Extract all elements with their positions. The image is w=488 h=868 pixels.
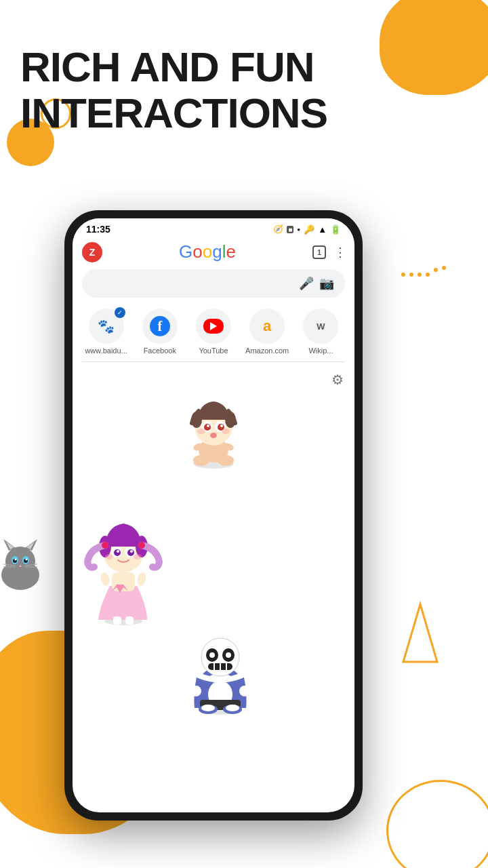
- svg-point-5: [442, 266, 446, 270]
- svg-point-36: [220, 425, 223, 427]
- nav-icon: 🧭: [273, 224, 283, 234]
- title-line2: INTERACTIONS: [20, 90, 327, 136]
- svg-point-72: [226, 652, 231, 658]
- tabs-button[interactable]: 1: [312, 245, 326, 259]
- svg-rect-59: [113, 616, 121, 625]
- status-time: 11:35: [86, 224, 110, 235]
- baidu-badge: ✓: [115, 307, 125, 318]
- baidu-label: www.baidu...: [81, 347, 132, 355]
- baidu-icon-wrap: 🐾 ✓: [89, 309, 124, 344]
- bg-decoration-bottom-right: [386, 780, 488, 868]
- phone-screen: 11:35 🧭 ■ ● 🔑 ▲ 🔋 Z Google: [73, 218, 354, 812]
- bg-triangle-decoration: [400, 601, 441, 671]
- svg-point-77: [190, 686, 201, 696]
- search-bar[interactable]: 🎤 📷: [82, 269, 345, 298]
- svg-point-35: [207, 425, 209, 427]
- key-icon: 🔑: [304, 224, 314, 235]
- svg-point-48: [138, 542, 145, 549]
- svg-point-2: [418, 273, 422, 277]
- svg-point-39: [222, 429, 230, 434]
- svg-point-56: [134, 554, 142, 559]
- svg-point-53: [117, 550, 119, 553]
- shortcut-wikipedia[interactable]: W Wikip...: [294, 309, 348, 355]
- svg-point-58: [136, 572, 148, 587]
- facebook-icon: f: [150, 316, 170, 336]
- svg-marker-6: [403, 604, 437, 662]
- battery-icon: 🔋: [330, 224, 341, 235]
- title-line1: RICH AND FUN: [20, 44, 327, 90]
- hero-title: RICH AND FUN INTERACTIONS: [20, 44, 327, 136]
- svg-point-17: [15, 559, 17, 561]
- shortcut-facebook[interactable]: f Facebook: [133, 309, 186, 355]
- svg-point-38: [197, 429, 205, 434]
- shortcuts-row: 🐾 ✓ www.baidu... f Facebook: [73, 304, 354, 361]
- amazon-icon: a: [263, 317, 271, 335]
- svg-point-47: [102, 542, 108, 549]
- svg-point-67: [226, 705, 239, 711]
- svg-point-66: [201, 705, 215, 711]
- sticker-chibi-purple: [79, 511, 167, 629]
- svg-point-0: [401, 273, 405, 277]
- mic-icon[interactable]: 🎤: [299, 276, 314, 291]
- content-area: ⚙: [73, 362, 354, 755]
- cat-sticker: [0, 536, 51, 599]
- svg-point-54: [130, 550, 133, 553]
- browser-toolbar: Z Google 1 ⋮: [73, 237, 354, 267]
- settings-gear-icon[interactable]: ⚙: [331, 372, 344, 388]
- svg-point-26: [193, 455, 209, 466]
- wikipedia-icon: W: [317, 321, 325, 332]
- youtube-icon: [203, 319, 224, 334]
- status-icons: 🧭 ■ ● 🔑 ▲ 🔋: [273, 224, 341, 235]
- svg-rect-60: [125, 616, 134, 625]
- user-avatar[interactable]: Z: [82, 242, 102, 262]
- youtube-play-icon: [210, 322, 217, 330]
- svg-point-3: [426, 273, 430, 277]
- wikipedia-icon-wrap: W: [303, 309, 338, 344]
- facebook-icon-wrap: f: [142, 309, 178, 344]
- bg-decoration-top-right: [380, 0, 488, 95]
- dot-icon: ●: [297, 226, 300, 233]
- shortcut-amazon[interactable]: a Amazon.com: [241, 309, 294, 355]
- svg-point-78: [239, 686, 250, 696]
- svg-point-8: [5, 547, 35, 576]
- wifi-icon: ▲: [318, 224, 327, 235]
- baidu-icon: 🐾: [98, 318, 115, 334]
- sticker-sans: [180, 627, 261, 717]
- browser-icons: 1 ⋮: [312, 245, 345, 260]
- sticker-chibi-brown: [173, 382, 254, 473]
- svg-point-18: [26, 559, 28, 561]
- status-bar: 11:35 🧭 ■ ● 🔑 ▲ 🔋: [73, 218, 354, 237]
- facebook-label: Facebook: [134, 347, 186, 355]
- menu-button[interactable]: ⋮: [334, 245, 345, 260]
- youtube-label: YouTube: [188, 347, 239, 355]
- bg-dashes-decoration: [400, 264, 454, 288]
- camera-icon[interactable]: 📷: [319, 276, 334, 291]
- svg-point-1: [409, 273, 413, 277]
- search-bar-container: 🎤 📷: [73, 267, 354, 304]
- svg-point-37: [210, 433, 217, 438]
- phone-frame: 11:35 🧭 ■ ● 🔑 ▲ 🔋 Z Google: [64, 210, 363, 821]
- svg-point-55: [105, 554, 113, 559]
- svg-point-4: [434, 268, 438, 272]
- wikipedia-label: Wikip...: [295, 347, 346, 355]
- amazon-label: Amazon.com: [241, 347, 293, 355]
- shortcut-youtube[interactable]: YouTube: [186, 309, 240, 355]
- shortcut-baidu[interactable]: 🐾 ✓ www.baidu...: [79, 309, 133, 355]
- google-logo: Google: [109, 241, 306, 262]
- svg-point-71: [209, 652, 215, 658]
- svg-point-27: [218, 455, 234, 466]
- screen-record-icon: ■: [287, 226, 293, 233]
- svg-rect-43: [112, 572, 135, 591]
- amazon-icon-wrap: a: [249, 309, 285, 344]
- phone-mockup: 11:35 🧭 ■ ● 🔑 ▲ 🔋 Z Google: [64, 210, 363, 821]
- youtube-icon-wrap: [196, 309, 231, 344]
- svg-point-57: [100, 572, 111, 587]
